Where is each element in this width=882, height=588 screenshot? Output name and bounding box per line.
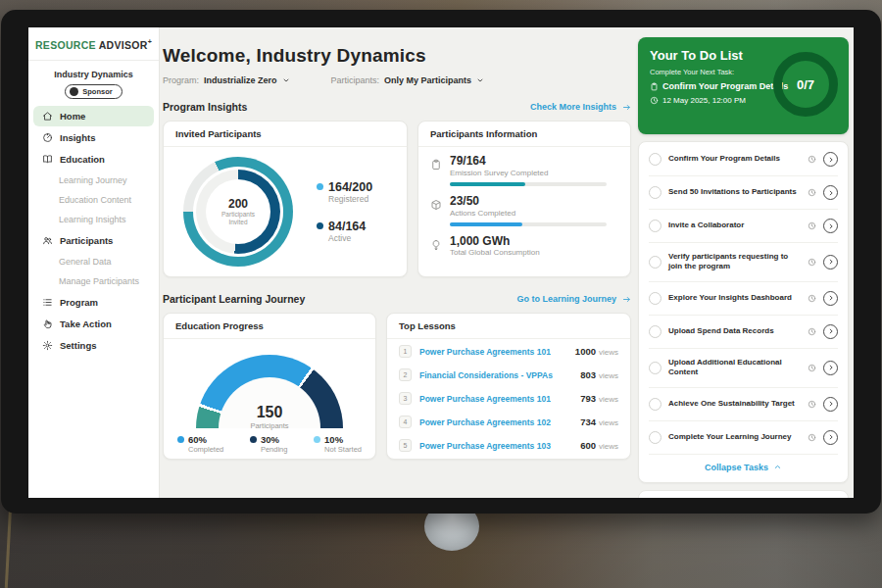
legend-dot [317, 222, 323, 229]
screen: RESOURCE ADVISOR+ Industry Dynamics Spon… [28, 27, 854, 498]
clipboard-icon [650, 82, 659, 91]
task-open-button[interactable] [823, 430, 838, 445]
sidebar-item-education-content[interactable]: Education Content [28, 190, 159, 210]
program-dropdown[interactable]: Program: Industrialize Zero [163, 75, 290, 85]
task-checkbox[interactable] [649, 220, 662, 232]
emission-progress-bar [450, 182, 607, 186]
education-gauge-chart: 150 Participants [191, 350, 348, 428]
lesson-rank: 5 [399, 439, 412, 452]
sidebar-item-manage-participants[interactable]: Manage Participants [28, 271, 159, 291]
main-content: Welcome, Industry Dynamics Program: Indu… [160, 27, 637, 498]
task-open-button[interactable] [823, 219, 838, 233]
task-checkbox[interactable] [649, 256, 662, 269]
clock-icon [808, 188, 816, 197]
views-label: views [599, 442, 618, 451]
sidebar-item-label: Take Action [60, 318, 112, 329]
hand-icon [42, 318, 53, 329]
clock-icon [808, 258, 816, 267]
legend-not-started: 10% Not Started [314, 434, 362, 454]
recent-news-card: Recent News [638, 490, 849, 498]
org-name: Industry Dynamics [28, 70, 159, 79]
todo-panel: Your To Do List Complete Your Next Task:… [638, 27, 849, 498]
todo-task: Explore Your Insights Dashboard [649, 282, 838, 316]
sidebar-item-home[interactable]: Home [33, 106, 154, 126]
registered-label: Registered [328, 194, 372, 204]
legend-dot [314, 436, 320, 443]
sidebar-item-label: Home [60, 111, 85, 122]
task-checkbox[interactable] [649, 325, 662, 338]
go-to-learning-journey-link[interactable]: Go to Learning Journey [516, 294, 632, 304]
todo-task: Send 50 Invitations to Participants [649, 176, 838, 210]
task-checkbox[interactable] [649, 431, 662, 444]
task-open-button[interactable] [823, 291, 838, 306]
lesson-link[interactable]: Power Purchase Agreements 102 [419, 417, 551, 427]
insights-icon [42, 132, 53, 143]
task-checkbox[interactable] [649, 153, 662, 166]
participants-information-card: Participants Information 79/164 Emission… [417, 121, 631, 277]
lesson-link[interactable]: Financial Considerations - VPPAs [419, 370, 553, 380]
next-task-label: Confirm Your Program Details [662, 81, 788, 91]
stat-actions-completed: 23/50 Actions Completed [430, 195, 616, 228]
sidebar-item-general-data[interactable]: General Data [28, 252, 159, 271]
sidebar-item-insights[interactable]: Insights [33, 127, 154, 148]
invited-participants-card: Invited Participants 200 Participants In… [163, 121, 408, 277]
views-label: views [599, 418, 618, 427]
bar-fill [450, 222, 522, 226]
donut-center: 200 Participants Invited [206, 179, 270, 244]
sidebar-item-learning-journey[interactable]: Learning Journey [28, 171, 159, 190]
task-checkbox[interactable] [649, 186, 662, 199]
sidebar-item-learning-insights[interactable]: Learning Insights [28, 210, 159, 229]
sidebar-item-label: Participants [60, 235, 113, 246]
task-label: Verify participants requesting to join t… [668, 252, 801, 272]
lesson-link[interactable]: Power Purchase Agreements 103 [419, 441, 551, 451]
collapse-label: Collapse Tasks [705, 463, 768, 472]
lesson-row: 3 Power Purchase Agreements 101 793views [387, 386, 630, 410]
task-label: Achieve One Sustainability Target [668, 399, 801, 409]
sidebar-item-take-action[interactable]: Take Action [33, 314, 154, 334]
gauge-legend: 60% Completed 30% Pending 10% Not Starte… [164, 432, 375, 454]
task-checkbox[interactable] [649, 292, 662, 305]
cube-icon [430, 195, 442, 228]
lesson-link[interactable]: Power Purchase Agreements 101 [419, 394, 551, 404]
actions-progress-bar [450, 222, 607, 226]
lesson-views: 803 [580, 369, 596, 380]
lesson-rank: 2 [399, 368, 412, 381]
task-open-button[interactable] [823, 324, 838, 339]
sidebar-item-settings[interactable]: Settings [33, 335, 154, 356]
sponsor-badge[interactable]: Sponsor [65, 84, 122, 99]
collapse-tasks-link[interactable]: Collapse Tasks [649, 455, 838, 481]
todo-tasks-card: Confirm Your Program Details Send 50 Inv… [638, 141, 849, 483]
chevron-down-icon [476, 76, 484, 84]
task-checkbox[interactable] [649, 362, 662, 374]
check-more-insights-link[interactable]: Check More Insights [530, 102, 632, 112]
sidebar-item-label: Settings [60, 340, 96, 351]
legend-pct: 30% [261, 434, 288, 445]
task-open-button[interactable] [823, 185, 838, 200]
clock-icon [808, 327, 816, 336]
sidebar-item-participants[interactable]: Participants [33, 230, 154, 251]
lesson-views: 600 [580, 440, 596, 451]
views-label: views [599, 395, 618, 404]
sidebar-item-education[interactable]: Education [33, 149, 154, 170]
logo-primary: RESOURCE [35, 39, 96, 51]
clipboard-icon [430, 155, 442, 188]
participants-dropdown[interactable]: Participants: Only My Participants [331, 75, 485, 85]
link-label: Check More Insights [530, 102, 616, 112]
task-open-button[interactable] [823, 255, 838, 270]
task-checkbox[interactable] [649, 398, 662, 411]
task-open-button[interactable] [823, 152, 838, 167]
stat-value: 79/164 [450, 155, 607, 169]
lesson-views: 1000 [575, 346, 596, 357]
todo-progress: 0/7 [797, 77, 814, 92]
recent-news-title: Recent News [639, 491, 848, 498]
todo-summary-card: Your To Do List Complete Your Next Task:… [638, 37, 849, 134]
sidebar-item-label: Insights [60, 132, 95, 143]
lesson-link[interactable]: Power Purchase Agreements 101 [419, 347, 551, 357]
task-open-button[interactable] [823, 397, 838, 412]
task-label: Explore Your Insights Dashboard [668, 293, 801, 303]
legend-label: Pending [261, 445, 288, 454]
arrow-right-icon [621, 103, 632, 112]
sidebar-item-program[interactable]: Program [33, 292, 154, 313]
task-open-button[interactable] [823, 361, 838, 375]
card-title: Invited Participants [164, 122, 407, 147]
